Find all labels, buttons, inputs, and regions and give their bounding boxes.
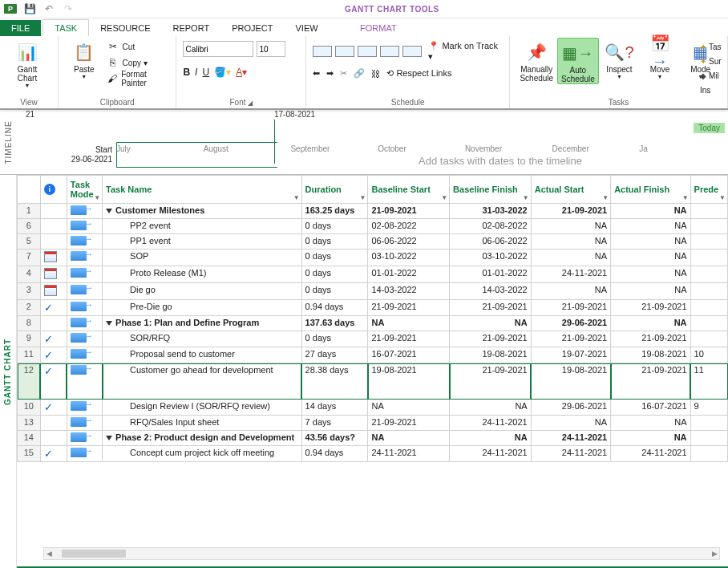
row-number[interactable]: 7 <box>18 250 41 266</box>
summary-overflow[interactable]: ✦Sur <box>700 54 728 68</box>
actual-start-cell[interactable]: 29-06-2021 <box>531 316 610 331</box>
predecessors-cell[interactable]: 10 <box>690 347 727 363</box>
col-task-mode[interactable]: Task Mode▼ <box>67 176 102 204</box>
horizontal-scrollbar[interactable]: ◀▶ <box>43 547 720 560</box>
task-name-cell[interactable]: Pre-Die go <box>103 300 302 316</box>
task-name-cell[interactable]: Customer go ahead for development <box>103 363 302 400</box>
task-name-cell[interactable]: Proto Release (M1) <box>103 266 302 283</box>
table-row[interactable]: 9✓SOR/RFQ0 days21-09-202121-09-202121-09… <box>18 331 728 347</box>
col-baseline-start[interactable]: Baseline Start▼ <box>368 176 450 204</box>
predecessors-cell[interactable] <box>690 416 727 431</box>
baseline-start-cell[interactable]: NA <box>368 431 450 446</box>
task-mode-cell[interactable] <box>67 300 102 316</box>
baseline-start-cell[interactable]: 19-08-2021 <box>368 363 450 400</box>
table-row[interactable]: 2✓Pre-Die go0.94 days21-09-202121-09-202… <box>18 300 728 316</box>
baseline-finish-cell[interactable]: 06-06-2022 <box>450 234 532 250</box>
task-name-cell[interactable]: Design Review I (SOR/RFQ review) <box>103 400 302 416</box>
actual-finish-cell[interactable]: NA <box>611 204 690 219</box>
row-number[interactable]: 15 <box>18 446 41 462</box>
task-overflow[interactable]: ✦Tas <box>700 39 728 54</box>
italic-button[interactable]: I <box>195 67 197 78</box>
actual-start-cell[interactable]: 21-09-2021 <box>531 331 610 347</box>
milestone-overflow[interactable]: ◆Mil <box>700 68 728 83</box>
baseline-finish-cell[interactable]: 24-11-2021 <box>450 416 532 431</box>
predecessors-cell[interactable]: 11 <box>690 363 727 400</box>
actual-start-cell[interactable]: NA <box>531 234 610 250</box>
baseline-start-cell[interactable]: 06-06-2022 <box>368 234 450 250</box>
predecessors-cell[interactable] <box>690 266 727 283</box>
task-name-cell[interactable]: PP1 event <box>103 234 302 250</box>
task-name-cell[interactable]: RFQ/Sales Input sheet <box>103 416 302 431</box>
underline-button[interactable]: U <box>202 67 209 78</box>
predecessors-cell[interactable]: 9 <box>690 400 727 416</box>
actual-finish-cell[interactable]: NA <box>611 234 690 250</box>
task-mode-cell[interactable] <box>67 250 102 266</box>
actual-finish-cell[interactable]: NA <box>611 250 690 266</box>
actual-finish-cell[interactable]: NA <box>611 416 690 431</box>
baseline-finish-cell[interactable]: 01-01-2022 <box>450 266 532 283</box>
baseline-finish-cell[interactable]: 02-08-2022 <box>450 219 532 234</box>
row-number[interactable]: 12 <box>18 363 41 400</box>
duration-cell[interactable]: 0 days <box>301 234 368 250</box>
duration-cell[interactable]: 28.38 days <box>301 363 368 400</box>
auto-schedule-button[interactable]: ▦→ Auto Schedule <box>557 38 600 84</box>
table-row[interactable]: 14Phase 2: Product design and Developmen… <box>18 431 728 446</box>
task-name-cell[interactable]: Die go <box>103 283 302 300</box>
actual-start-cell[interactable]: 24-11-2021 <box>531 431 610 446</box>
row-number[interactable]: 8 <box>18 316 41 331</box>
copy-button[interactable]: ⎘Copy ▾ <box>107 55 170 70</box>
actual-start-cell[interactable]: 21-09-2021 <box>531 300 610 316</box>
actual-finish-cell[interactable]: 21-09-2021 <box>611 363 690 400</box>
tab-report[interactable]: REPORT <box>162 20 221 36</box>
actual-start-cell[interactable]: 29-06-2021 <box>531 400 610 416</box>
task-grid[interactable]: i Task Mode▼ Task Name▼ Duration▼ Baseli… <box>17 175 728 568</box>
predecessors-cell[interactable] <box>690 250 727 266</box>
actual-start-cell[interactable]: 24-11-2021 <box>531 266 610 283</box>
duration-cell[interactable]: 43.56 days? <box>301 431 368 446</box>
actual-start-cell[interactable]: 24-11-2021 <box>531 446 610 462</box>
row-number[interactable]: 4 <box>18 266 41 283</box>
duration-cell[interactable]: 7 days <box>301 416 368 431</box>
baseline-finish-cell[interactable]: 21-09-2021 <box>450 331 532 347</box>
baseline-start-cell[interactable]: 02-08-2022 <box>368 219 450 234</box>
save-icon[interactable]: 💾 <box>22 2 37 16</box>
inspect-button[interactable]: 🔍? Inspect▼ <box>599 38 640 80</box>
col-baseline-finish[interactable]: Baseline Finish▼ <box>450 176 532 204</box>
task-mode-cell[interactable] <box>67 431 102 446</box>
row-number[interactable]: 14 <box>18 431 41 446</box>
duration-cell[interactable]: 0 days <box>301 283 368 300</box>
task-mode-cell[interactable] <box>67 446 102 462</box>
baseline-start-cell[interactable]: 14-03-2022 <box>368 283 450 300</box>
move-button[interactable]: 📅→ Move▼ <box>640 38 681 80</box>
baseline-finish-cell[interactable]: 14-03-2022 <box>450 283 532 300</box>
baseline-start-cell[interactable]: NA <box>368 400 450 416</box>
baseline-finish-cell[interactable]: 21-09-2021 <box>450 300 532 316</box>
task-mode-cell[interactable] <box>67 316 102 331</box>
tab-format[interactable]: FORMAT <box>349 20 408 36</box>
actual-finish-cell[interactable]: NA <box>611 316 690 331</box>
paste-button[interactable]: 📋 Paste ▼ <box>65 38 103 80</box>
duration-cell[interactable]: 27 days <box>301 347 368 363</box>
col-actual-start[interactable]: Actual Start▼ <box>531 176 610 204</box>
table-row[interactable]: 3Die go0 days14-03-202214-03-2022NANA <box>18 283 728 300</box>
percent-complete-buttons[interactable] <box>313 46 422 57</box>
baseline-finish-cell[interactable]: NA <box>450 431 532 446</box>
row-number[interactable]: 1 <box>18 204 41 219</box>
predecessors-cell[interactable] <box>690 234 727 250</box>
table-row[interactable]: 5PP1 event0 days06-06-202206-06-2022NANA <box>18 234 728 250</box>
unlink-button[interactable]: ⛓ <box>371 69 380 79</box>
baseline-start-cell[interactable]: 16-07-2021 <box>368 347 450 363</box>
task-mode-cell[interactable] <box>67 363 102 400</box>
duration-cell[interactable]: 0 days <box>301 331 368 347</box>
outdent-button[interactable]: ⬅ <box>313 68 320 79</box>
predecessors-cell[interactable] <box>690 283 727 300</box>
baseline-start-cell[interactable]: 21-09-2021 <box>368 416 450 431</box>
row-number[interactable]: 10 <box>18 400 41 416</box>
table-row[interactable]: 10✓Design Review I (SOR/RFQ review)14 da… <box>18 400 728 416</box>
format-painter-button[interactable]: 🖌Format Painter <box>107 71 170 86</box>
actual-finish-cell[interactable]: NA <box>611 283 690 300</box>
task-name-cell[interactable]: PP2 event <box>103 219 302 234</box>
task-name-cell[interactable]: SOP <box>103 250 302 266</box>
tab-task[interactable]: TASK <box>42 19 89 36</box>
font-size-select[interactable] <box>257 41 285 57</box>
